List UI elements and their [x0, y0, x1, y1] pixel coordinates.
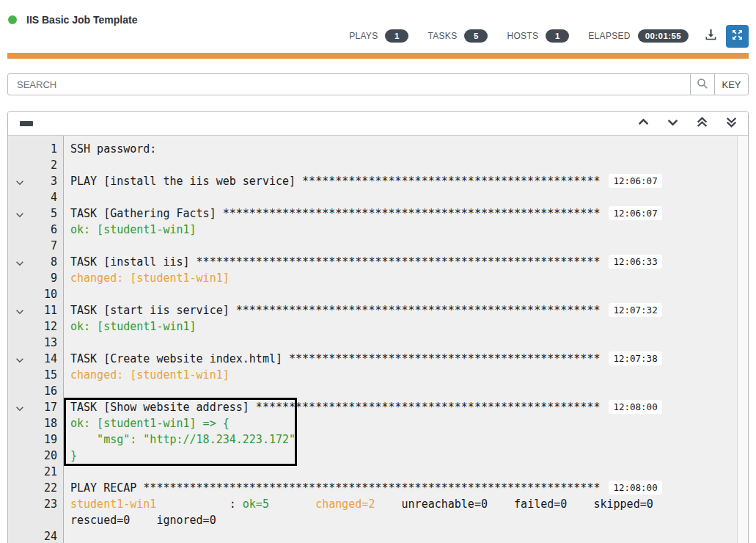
log-row: 12ok: [student1-win1] — [8, 318, 748, 335]
log-row: 2 — [8, 157, 748, 173]
log-line: changed: [student1-win1] — [65, 270, 748, 286]
log-line: } — [65, 448, 748, 464]
line-number: 4 — [8, 189, 65, 205]
search-bar: KEY — [7, 73, 749, 95]
log-row: 5TASK [Gathering Facts] ****************… — [8, 205, 748, 222]
download-icon — [705, 29, 717, 43]
log-row: 3PLAY [install the iis web service] ****… — [8, 173, 748, 189]
collapse-all-button[interactable] — [18, 118, 34, 129]
status-progress-bar — [7, 53, 749, 59]
line-number: 12 — [8, 318, 65, 335]
line-number: 2 — [8, 157, 65, 173]
line-number: 16 — [8, 383, 65, 399]
log-line: SSH password: — [65, 141, 748, 157]
line-number: 1 — [8, 141, 65, 157]
timestamp-badge: 12:06:33 — [609, 255, 661, 269]
log-row: 1SSH password: — [8, 141, 748, 157]
log-row: rescued=0 ignored=0 — [8, 512, 748, 528]
log-line: "msg": "http://18.234.223.172" — [65, 431, 748, 448]
job-header: IIS Basic Job Template — [0, 0, 756, 25]
output-toolbar — [8, 112, 748, 136]
line-number: 19 — [8, 431, 65, 448]
double-chevron-up-icon — [696, 116, 708, 131]
previous-event-button[interactable] — [636, 114, 651, 132]
log-line: TASK [Gathering Facts] *****************… — [65, 205, 748, 222]
line-number — [8, 512, 65, 528]
log-row: 19 "msg": "http://18.234.223.172" — [8, 431, 748, 448]
search-icon — [697, 78, 708, 92]
log-line: ok: [student1-win1] — [65, 318, 748, 335]
log-line: changed: [student1-win1] — [65, 367, 748, 383]
line-number: 11 — [8, 302, 65, 318]
log-row: 13 — [8, 335, 748, 351]
log-row: 24 — [8, 528, 748, 543]
line-number: 6 — [8, 222, 65, 238]
log-line: TASK [Show website address] ************… — [65, 399, 748, 415]
log-row: 18ok: [student1-win1] => { — [8, 415, 748, 431]
line-number: 22 — [8, 480, 65, 496]
log-line — [65, 286, 748, 302]
log-row: 17TASK [Show website address] **********… — [8, 399, 748, 415]
chevron-down-icon — [667, 116, 679, 131]
job-status-icon — [8, 15, 17, 24]
scrollbar-track[interactable] — [737, 136, 748, 543]
expand-output-button[interactable] — [726, 25, 749, 48]
line-number: 13 — [8, 335, 65, 351]
stat-badge-tasks: 5 — [464, 29, 488, 43]
log-line — [65, 383, 748, 399]
line-number: 14 — [8, 351, 65, 367]
log-line: TASK [Create website index.html] *******… — [65, 351, 748, 367]
job-stats-bar: PLAYS1TASKS5HOSTS1ELAPSED00:01:55 — [0, 25, 756, 53]
line-number: 24 — [8, 528, 65, 543]
log-row: 11TASK [start iis service] *************… — [8, 302, 748, 318]
log-row: 7 — [8, 238, 748, 254]
scroll-to-top-button[interactable] — [694, 114, 710, 132]
line-number: 18 — [8, 415, 65, 431]
stat-badge-plays: 1 — [385, 29, 408, 43]
line-number: 10 — [8, 286, 65, 302]
page-title: IIS Basic Job Template — [26, 14, 137, 26]
line-number: 7 — [8, 238, 65, 254]
log-line: rescued=0 ignored=0 — [65, 512, 748, 528]
timestamp-badge: 12:06:07 — [609, 206, 661, 220]
log-line: TASK [start iis service] ***************… — [65, 302, 748, 318]
log-line: TASK [install iis] *********************… — [65, 254, 748, 270]
log-row: 23student1-win1 : ok=5 changed=2 unreach… — [8, 496, 748, 512]
line-number: 8 — [8, 254, 65, 270]
stat-badge-elapsed: 00:01:55 — [638, 29, 689, 43]
double-chevron-down-icon — [725, 116, 738, 131]
timestamp-badge: 12:08:00 — [609, 481, 661, 495]
log-line: student1-win1 : ok=5 changed=2 unreachab… — [65, 496, 748, 512]
line-number: 5 — [8, 205, 65, 222]
log-line — [65, 335, 748, 351]
log-row: 14TASK [Create website index.html] *****… — [8, 351, 748, 367]
timestamp-badge: 12:06:07 — [609, 174, 661, 188]
line-number: 20 — [8, 448, 65, 464]
stat-badge-hosts: 1 — [546, 29, 569, 43]
stat-label-plays: PLAYS — [349, 31, 378, 41]
log-row: 6ok: [student1-win1] — [8, 222, 748, 238]
log-row: 9changed: [student1-win1] — [8, 270, 748, 286]
search-input[interactable] — [7, 73, 691, 95]
stat-label-tasks: TASKS — [427, 31, 457, 41]
stat-label-elapsed: ELAPSED — [588, 31, 630, 41]
log-line — [65, 464, 748, 480]
log-row: 4 — [8, 189, 748, 205]
log-row: 20} — [8, 448, 748, 464]
log-row: 10 — [8, 286, 748, 302]
log-line — [65, 189, 748, 205]
key-button[interactable]: KEY — [714, 73, 749, 95]
job-output-panel: 1SSH password:23PLAY [install the iis we… — [7, 111, 749, 543]
search-button[interactable] — [690, 73, 715, 95]
chevron-up-icon — [637, 116, 650, 131]
download-output-button[interactable] — [705, 29, 717, 43]
next-event-button[interactable] — [665, 114, 680, 132]
line-number: 9 — [8, 270, 65, 286]
line-number: 21 — [8, 464, 65, 480]
log-row: 8TASK [install iis] ********************… — [8, 254, 748, 270]
scroll-to-bottom-button[interactable] — [724, 114, 739, 132]
log-line — [65, 157, 748, 173]
log-line: PLAY RECAP *****************************… — [65, 480, 748, 496]
log-row: 16 — [8, 383, 748, 399]
line-number: 23 — [8, 496, 65, 512]
